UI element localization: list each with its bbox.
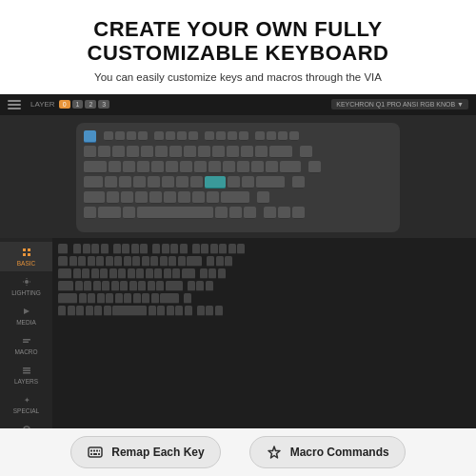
sidebar: BASIC LIGHTING MEDIA	[0, 238, 52, 428]
svg-rect-3	[28, 253, 30, 256]
sidebar-macro-label: MACRO	[14, 348, 37, 355]
svg-rect-27	[93, 453, 97, 455]
keyboard-preview	[0, 115, 476, 238]
keyboard-image	[76, 123, 400, 232]
svg-marker-29	[268, 446, 280, 458]
sidebar-item-layers[interactable]: LAYERS	[0, 360, 52, 389]
layer-tab-1[interactable]: 1	[72, 100, 84, 109]
lshift-key[interactable]	[84, 191, 105, 204]
sidebar-item-media[interactable]: MEDIA	[0, 301, 52, 330]
svg-rect-25	[99, 450, 100, 452]
esc-key[interactable]	[84, 130, 96, 143]
svg-rect-14	[23, 367, 30, 369]
rshift-key[interactable]	[221, 191, 249, 204]
layer-tabs: LAYER 0 1 2 3	[30, 100, 109, 109]
layer-tab-2[interactable]: 2	[85, 100, 96, 109]
svg-rect-13	[23, 369, 30, 371]
svg-rect-21	[89, 447, 102, 457]
layer-tab-3[interactable]: 3	[98, 100, 109, 109]
top-section: CREATE YOUR OWN FULLYCUSTOMIZABLE KEYBOA…	[0, 0, 476, 94]
svg-rect-24	[96, 450, 98, 452]
remap-button[interactable]: Remap Each Key	[70, 436, 220, 468]
sidebar-lighting-label: LIGHTING	[11, 289, 41, 296]
layers-icon	[21, 365, 32, 376]
svg-rect-28	[98, 453, 100, 455]
via-logo-icon	[8, 100, 21, 109]
star-icon	[266, 444, 283, 461]
sidebar-item-custom[interactable]: CUSTOM	[0, 419, 52, 428]
svg-point-4	[25, 280, 29, 284]
headline: CREATE YOUR OWN FULLYCUSTOMIZABLE KEYBOA…	[19, 17, 457, 66]
layer-tab-0[interactable]: 0	[59, 100, 70, 109]
f1-key[interactable]	[104, 131, 113, 141]
sidebar-layers-label: LAYERS	[14, 378, 38, 385]
media-icon	[21, 306, 32, 317]
main-keyboard-area	[52, 238, 476, 428]
enter-key[interactable]	[205, 176, 226, 188]
macro-button[interactable]: Macro Commands	[249, 436, 406, 468]
svg-text:✦: ✦	[24, 396, 30, 405]
svg-rect-1	[28, 248, 30, 251]
pgup-key[interactable]	[300, 146, 312, 158]
svg-rect-11	[23, 341, 29, 343]
bottom-panel: BASIC LIGHTING MEDIA	[0, 238, 476, 428]
macro-icon	[21, 335, 32, 347]
svg-rect-22	[90, 450, 92, 452]
sidebar-item-basic[interactable]: BASIC	[0, 242, 52, 271]
space-key[interactable]	[137, 207, 213, 219]
macro-label: Macro Commands	[290, 446, 389, 459]
pgdn-key[interactable]	[308, 161, 321, 173]
via-header: LAYER 0 1 2 3 KEYCHRON Q1 PRO ANSI RGB K…	[0, 94, 476, 115]
svg-rect-10	[23, 339, 30, 341]
basic-icon	[21, 247, 32, 258]
sidebar-item-lighting[interactable]: LIGHTING	[0, 271, 52, 301]
sidebar-media-label: MEDIA	[16, 319, 36, 326]
subheadline: You can easily customize keys and macros…	[19, 71, 457, 83]
sidebar-special-label: SPECIAL	[13, 407, 39, 414]
svg-rect-0	[23, 248, 26, 251]
via-section: LAYER 0 1 2 3 KEYCHRON Q1 PRO ANSI RGB K…	[0, 94, 476, 428]
svg-marker-9	[24, 308, 30, 314]
svg-rect-12	[23, 372, 30, 374]
layer-label: LAYER	[30, 100, 55, 109]
svg-rect-2	[23, 253, 26, 256]
caps-key[interactable]	[84, 176, 103, 188]
keyboard-icon	[87, 444, 104, 461]
app-container: CREATE YOUR OWN FULLYCUSTOMIZABLE KEYBOA…	[0, 0, 476, 476]
custom-icon	[21, 424, 32, 428]
svg-rect-26	[90, 453, 92, 455]
tab-key[interactable]	[84, 161, 107, 173]
remap-label: Remap Each Key	[111, 446, 204, 459]
keyboard-name[interactable]: KEYCHRON Q1 PRO ANSI RGB KNOB ▼	[331, 99, 468, 109]
lighting-icon	[21, 276, 32, 288]
sidebar-item-special[interactable]: ✦ SPECIAL	[0, 389, 52, 419]
footer: Remap Each Key Macro Commands	[0, 428, 476, 476]
sidebar-basic-label: BASIC	[17, 260, 36, 267]
special-icon: ✦	[21, 394, 32, 406]
home-key[interactable]	[292, 176, 305, 188]
small-keyboard	[58, 244, 470, 316]
svg-rect-23	[93, 450, 95, 452]
sidebar-item-macro[interactable]: MACRO	[0, 330, 52, 360]
